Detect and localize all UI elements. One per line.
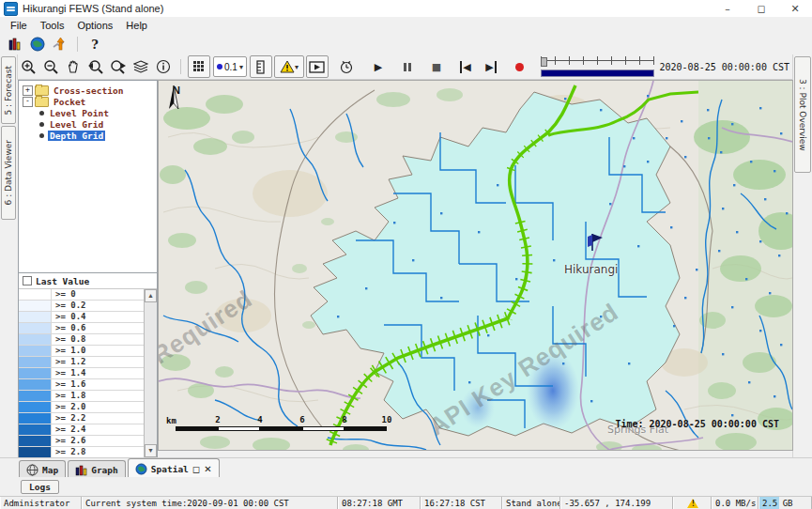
tab-spatial[interactable]: Spatial◻✕ (128, 458, 220, 478)
zoom-in-button[interactable] (18, 56, 38, 77)
zoom-next-icon (110, 59, 127, 75)
tab-plot-overview[interactable]: 3 : Plot Overview (794, 56, 811, 173)
last-value-checkbox[interactable] (23, 276, 32, 285)
time-slider[interactable] (541, 55, 654, 78)
maximize-button[interactable]: ◻ (744, 1, 778, 17)
tree-node-pocket[interactable]: -Pocket (19, 96, 157, 107)
scale-tick-label: 6 (299, 415, 304, 424)
thresholds-dropdown[interactable]: ▾ (274, 55, 304, 78)
database-display-button[interactable] (4, 35, 26, 54)
legend-row[interactable]: >= 0.6 (19, 323, 144, 334)
legend-row[interactable]: >= 2.8 (19, 447, 144, 457)
legend-class-label: >= 1.2 (52, 357, 144, 367)
menu-item-help[interactable]: Help (119, 18, 154, 33)
grid-icon (192, 60, 207, 74)
tree-expander-icon[interactable]: + (23, 85, 33, 96)
longitudinal-profile-button[interactable] (306, 55, 329, 78)
tree-node-label: Level Grid (48, 119, 105, 130)
timeseries-display-button[interactable] (49, 35, 71, 54)
tab-close-icon[interactable]: ✕ (204, 464, 211, 474)
legend-color-swatch (19, 357, 52, 367)
legend-color-swatch (19, 424, 52, 435)
skip-to-end-button[interactable]: ▶ (481, 56, 501, 77)
zoom-out-button[interactable] (40, 56, 61, 77)
legend-row[interactable]: >= 1.6 (19, 379, 144, 391)
globe-icon (135, 463, 147, 475)
tab-forecast[interactable]: 5 : Forecast (1, 56, 16, 124)
last-value-label: Last Value (36, 276, 89, 286)
time-slider-handle[interactable] (541, 57, 547, 67)
classbreaks-dropdown[interactable]: 0.1 ▾ (213, 56, 247, 77)
tree-node-label: Depth Grid (48, 131, 105, 141)
scalebar-toggle-button[interactable] (250, 55, 272, 78)
tree-node-cross-section[interactable]: +Cross-section (19, 85, 157, 96)
tree-node-level-grid[interactable]: Level Grid (19, 118, 157, 130)
zoom-previous-button[interactable] (85, 56, 106, 77)
scroll-up-icon[interactable]: ▲ (145, 289, 157, 302)
skip-to-start-button[interactable]: ◀ (455, 56, 476, 77)
record-button[interactable] (510, 56, 530, 77)
tree-node-depth-grid[interactable]: Depth Grid (19, 130, 157, 141)
legend-class-label: >= 1.4 (52, 368, 144, 378)
legend-row[interactable]: >= 0.8 (19, 334, 144, 346)
legend-row[interactable]: >= 2.2 (19, 413, 144, 424)
legend-scrollbar[interactable]: ▲ ▼ (144, 289, 157, 457)
close-button[interactable]: ✕ (778, 1, 812, 17)
layers-button[interactable] (130, 56, 151, 77)
tab-maximize-icon[interactable]: ◻ (192, 464, 200, 474)
legend-row[interactable]: >= 1.2 (19, 357, 144, 368)
legend-row[interactable]: >= 1.8 (19, 391, 144, 402)
legend-row[interactable]: >= 1.4 (19, 368, 144, 379)
legend-row[interactable]: >= 0.4 (19, 312, 144, 323)
legend-row[interactable]: >= 0.2 (19, 301, 144, 312)
legend-row[interactable]: >= 2.4 (19, 424, 144, 436)
legend-class-label: >= 0.4 (52, 312, 144, 322)
zoom-next-button[interactable] (108, 56, 129, 77)
legend-color-swatch (19, 368, 52, 378)
stop-button[interactable]: ■ (426, 56, 447, 77)
legend-color-swatch (19, 289, 52, 300)
map-display-button[interactable] (26, 35, 49, 54)
legend-color-swatch (19, 391, 52, 401)
menu-item-options[interactable]: Options (70, 18, 119, 33)
legend-header: Last Value (19, 273, 157, 289)
menu-item-file[interactable]: File (4, 18, 34, 33)
globe-wire-icon (26, 464, 38, 476)
animation-settings-button[interactable] (337, 56, 358, 77)
scale-unit-label: km (166, 416, 176, 425)
status-cell-7: 0.0 MB/s (712, 497, 758, 509)
status-text: Administrator (4, 499, 69, 508)
legend-class-label: >= 1.0 (52, 346, 144, 356)
play-button[interactable]: ▶ (368, 56, 389, 77)
status-text: 0.0 MB/s (715, 499, 756, 508)
scale-bar: km 246810 (166, 416, 396, 437)
help-button[interactable]: ? (84, 35, 106, 54)
tab-data-viewer[interactable]: 6 : Data Viewer (1, 126, 16, 220)
logs-button[interactable]: Logs (21, 480, 59, 494)
bullet-icon (39, 122, 44, 127)
pan-button[interactable] (63, 56, 84, 77)
tree-node-label: Pocket (52, 97, 87, 107)
menu-bar: FileToolsOptionsHelp (0, 17, 812, 35)
info-button[interactable] (153, 56, 174, 77)
legend-row[interactable]: >= 2.6 (19, 436, 144, 447)
logs-row: Logs (0, 477, 812, 496)
scroll-down-icon[interactable]: ▼ (145, 444, 157, 457)
tree-node-level-point[interactable]: Level Point (19, 107, 157, 118)
menu-item-tools[interactable]: Tools (34, 18, 71, 33)
legend-row[interactable]: >= 1.0 (19, 346, 144, 357)
status-cell-3: 16:27:18 CST (421, 497, 502, 509)
legend-row[interactable]: >= 0 (19, 289, 144, 301)
tab-graph[interactable]: Graph (68, 460, 126, 478)
tree-expander-icon[interactable]: - (23, 97, 33, 107)
legend-color-swatch (19, 402, 52, 412)
minimize-button[interactable]: – (711, 1, 744, 17)
legend-row[interactable]: >= 2.0 (19, 402, 144, 413)
map-canvas[interactable]: N API Key Required API Key Required Hiku… (158, 80, 793, 451)
legend-class-label: >= 2.2 (52, 413, 144, 424)
tab-map[interactable]: Map (19, 460, 66, 478)
data-availability-bar (541, 69, 654, 77)
grid-display-button[interactable] (188, 55, 210, 78)
scale-segment (345, 426, 387, 431)
pause-button[interactable] (397, 56, 418, 77)
